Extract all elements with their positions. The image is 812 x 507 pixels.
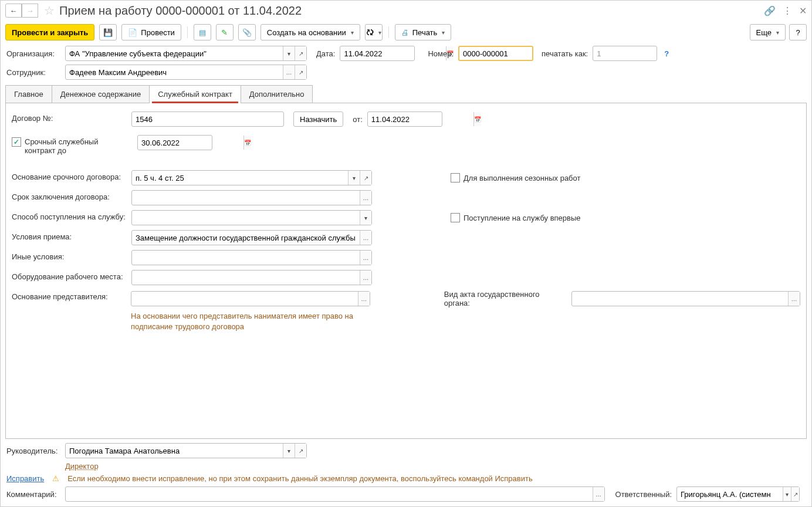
organization-label: Организация: — [6, 49, 60, 58]
print-button[interactable]: 🖨Печать▾ — [395, 24, 452, 40]
calendar-icon[interactable]: 📅 — [473, 112, 481, 126]
select-icon[interactable]: … — [360, 271, 371, 285]
open-icon[interactable]: ↗ — [791, 487, 799, 501]
contract-from-input[interactable]: 📅 — [367, 111, 442, 127]
comment-input[interactable]: … — [65, 486, 605, 502]
dropdown-icon[interactable]: ▾ — [283, 444, 295, 458]
date-input[interactable]: 📅 — [340, 46, 415, 61]
printer-icon: 🖨 — [401, 28, 409, 37]
responsible-input[interactable]: ▾ ↗ — [676, 486, 800, 502]
employee-label: Сотрудник: — [6, 68, 60, 77]
attachment-button[interactable]: 📎 — [238, 24, 256, 40]
select-icon[interactable]: … — [360, 231, 371, 245]
rep-basis-label: Основание представителя: — [12, 290, 126, 301]
tab-main[interactable]: Главное — [5, 85, 52, 103]
warning-icon: ⚠ — [52, 474, 59, 483]
urgent-label: Срочный служебный контракт до — [25, 137, 124, 155]
save-button[interactable]: 💾 — [99, 24, 117, 40]
organization-input[interactable]: ▾ ↗ — [65, 46, 307, 61]
open-icon[interactable]: ↗ — [295, 444, 306, 458]
urgent-checkbox[interactable]: ✓ — [12, 137, 21, 147]
pencil-icon: ✎ — [221, 28, 228, 37]
calendar-icon[interactable]: 📅 — [243, 136, 251, 150]
post-icon: 📄 — [128, 28, 137, 37]
contract-number-label: Договор №: — [12, 111, 127, 123]
nav-forward-button[interactable]: → — [22, 4, 38, 18]
help-button[interactable]: ? — [789, 24, 807, 40]
comment-label: Комментарий: — [6, 490, 60, 499]
assign-button[interactable]: Назначить — [293, 111, 343, 127]
help-icon[interactable]: ? — [664, 49, 669, 58]
rep-basis-hint: На основании чего представитель нанимате… — [131, 311, 366, 332]
first-time-label: Поступление на службу впервые — [463, 214, 581, 222]
post-button[interactable]: 📄Провести — [121, 24, 181, 40]
open-icon[interactable]: ↗ — [295, 46, 306, 60]
other-conditions-input[interactable]: … — [131, 250, 372, 265]
refresh-button[interactable]: 🗘▾ — [365, 24, 383, 40]
open-icon[interactable]: ↗ — [360, 171, 371, 185]
term-input[interactable]: … — [131, 190, 372, 205]
term-label: Срок заключения договора: — [12, 190, 127, 201]
entry-method-label: Способ поступления на службу: — [12, 210, 144, 221]
fix-warning-text: Если необходимо внести исправление, но п… — [67, 474, 532, 483]
dropdown-icon[interactable]: ▾ — [348, 171, 360, 185]
dropdown-icon[interactable]: ▾ — [783, 487, 791, 501]
contract-number-input[interactable] — [131, 111, 284, 127]
more-button[interactable]: Еще▾ — [750, 24, 786, 40]
date-label: Дата: — [316, 49, 335, 58]
basis-label: Основание срочного договора: — [12, 170, 127, 181]
workplace-input[interactable]: … — [131, 270, 372, 285]
act-type-input[interactable]: … — [571, 291, 800, 306]
close-icon[interactable]: ✕ — [799, 5, 807, 16]
entry-method-input[interactable]: ▾ — [131, 210, 372, 225]
responsible-label: Ответственный: — [615, 490, 672, 499]
conditions-label: Условия приема: — [12, 230, 127, 241]
print-as-label: печатать как: — [542, 49, 588, 58]
refresh-icon: 🗘 — [366, 28, 374, 37]
tab-contract[interactable]: Служебный контракт — [149, 85, 241, 103]
dropdown-icon[interactable]: ▾ — [283, 46, 295, 60]
select-icon[interactable]: … — [360, 251, 371, 265]
act-type-label: Вид акта государственного органа: — [444, 290, 567, 307]
print-as-input[interactable] — [593, 46, 657, 61]
select-icon[interactable]: … — [788, 292, 800, 306]
post-and-close-button[interactable]: Провести и закрыть — [5, 24, 94, 40]
select-icon[interactable]: … — [360, 191, 371, 205]
kebab-menu-icon[interactable]: ⋮ — [783, 5, 792, 16]
select-icon[interactable]: … — [593, 487, 604, 501]
number-input[interactable] — [458, 46, 533, 61]
paperclip-icon: 📎 — [242, 28, 252, 37]
urgent-date-input[interactable]: 📅 — [137, 135, 212, 150]
manager-input[interactable]: ▾ ↗ — [65, 443, 307, 458]
other-conditions-label: Иные условия: — [12, 250, 127, 261]
seasonal-checkbox[interactable] — [451, 173, 460, 182]
seasonal-label: Для выполнения сезонных работ — [463, 174, 580, 182]
document-button[interactable]: ▤ — [194, 24, 211, 40]
tab-additional[interactable]: Дополнительно — [241, 85, 313, 103]
nav-back-button[interactable]: ← — [5, 4, 22, 18]
workplace-label: Оборудование рабочего места: — [12, 270, 127, 281]
open-icon[interactable]: ↗ — [295, 65, 306, 79]
manager-position-link[interactable]: Директор — [65, 462, 99, 471]
window-title: Прием на работу 0000-000001 от 11.04.202… — [59, 4, 764, 18]
tab-salary[interactable]: Денежное содержание — [52, 85, 150, 103]
create-on-basis-button[interactable]: Создать на основании▾ — [260, 24, 360, 40]
contract-from-label: от: — [353, 115, 363, 124]
employee-input[interactable]: … ↗ — [65, 65, 307, 80]
basis-input[interactable]: ▾ ↗ — [131, 170, 372, 185]
link-icon[interactable]: 🔗 — [764, 5, 776, 16]
select-icon[interactable]: … — [283, 65, 295, 79]
favorite-star-icon[interactable]: ☆ — [44, 4, 55, 18]
rep-basis-input[interactable]: … — [131, 291, 370, 306]
select-icon[interactable]: … — [358, 292, 370, 306]
document-icon: ▤ — [199, 28, 206, 37]
highlight-button[interactable]: ✎ — [216, 24, 234, 40]
manager-label: Руководитель: — [6, 447, 60, 455]
conditions-input[interactable]: … — [131, 230, 372, 245]
fix-link[interactable]: Исправить — [6, 474, 44, 483]
first-time-checkbox[interactable] — [451, 213, 460, 222]
dropdown-icon[interactable]: ▾ — [360, 211, 371, 225]
number-label: Номер: — [428, 49, 454, 58]
save-icon: 💾 — [103, 28, 113, 37]
